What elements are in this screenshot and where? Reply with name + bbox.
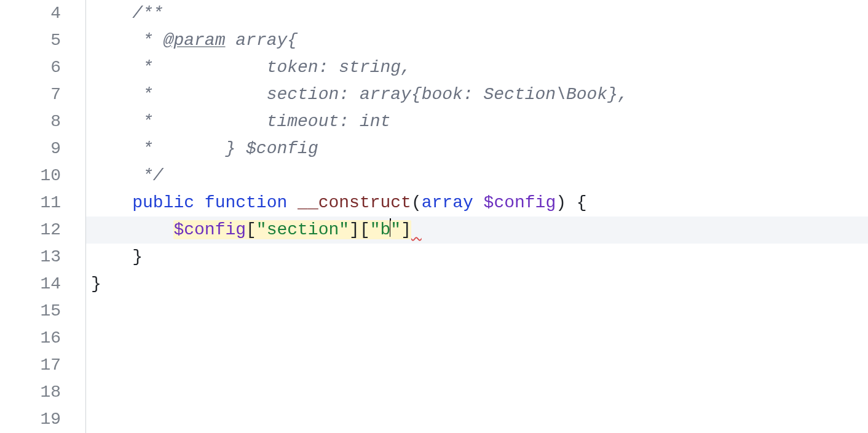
line-number: 4 — [0, 0, 85, 27]
brace: } — [91, 274, 101, 293]
code-line-active[interactable]: $config["section"]["b"] — [91, 217, 868, 244]
line-number: 10 — [0, 162, 85, 189]
code-line[interactable]: * } $config — [91, 135, 868, 162]
brace: } — [132, 247, 143, 266]
code-line[interactable]: * timeout: int — [91, 108, 868, 135]
function-name: __construct — [298, 193, 411, 212]
code-line[interactable]: } — [91, 244, 868, 271]
line-number: 8 — [0, 108, 85, 135]
keyword: function — [205, 193, 287, 212]
code-line[interactable]: * @param array{ — [91, 27, 868, 54]
code-line[interactable] — [91, 325, 868, 352]
line-number: 16 — [0, 325, 85, 352]
code-line[interactable]: /** — [91, 0, 868, 27]
variable: $config — [173, 220, 246, 239]
line-number: 6 — [0, 54, 85, 81]
line-number: 12 — [0, 217, 85, 244]
line-number: 17 — [0, 352, 85, 379]
code-area[interactable]: /** * @param array{ * token: string, * s… — [86, 0, 868, 433]
line-number-gutter: 4 5 6 7 8 9 10 11 12 13 14 15 16 17 18 1… — [0, 0, 86, 433]
line-number: 18 — [0, 379, 85, 406]
code-line[interactable] — [91, 406, 868, 433]
code-line[interactable]: * section: array{book: Section\Book}, — [91, 81, 868, 108]
docblock-text: * timeout: int — [132, 112, 390, 131]
code-editor[interactable]: 4 5 6 7 8 9 10 11 12 13 14 15 16 17 18 1… — [0, 0, 868, 433]
string: "b — [370, 220, 391, 239]
docblock-open: /** — [132, 4, 163, 23]
keyword: public — [132, 193, 194, 212]
line-number: 15 — [0, 298, 85, 325]
docblock-var: $config — [246, 139, 318, 158]
string: "section" — [256, 220, 349, 239]
code-line[interactable] — [91, 379, 868, 406]
line-number: 14 — [0, 271, 85, 298]
docblock-text: * token: string, — [132, 58, 411, 77]
code-line[interactable]: public function __construct(array $confi… — [91, 189, 868, 217]
line-number: 13 — [0, 244, 85, 271]
keyword: array — [422, 193, 473, 212]
line-number: 7 — [0, 81, 85, 108]
code-line[interactable]: * token: string, — [91, 54, 868, 81]
line-number: 19 — [0, 406, 85, 433]
code-line[interactable]: */ — [91, 162, 868, 189]
docblock-text: * section: array{book: Section\Book}, — [132, 85, 628, 104]
code-line[interactable]: } — [91, 271, 868, 298]
code-line[interactable] — [91, 352, 868, 379]
code-line[interactable] — [91, 298, 868, 325]
line-number: 5 — [0, 27, 85, 54]
docblock-text: array{ — [225, 31, 298, 50]
line-number: 9 — [0, 135, 85, 162]
docblock-star: * — [132, 31, 163, 50]
docblock-text: * } — [132, 139, 246, 158]
docblock-close: */ — [132, 166, 163, 185]
phpdoc-tag: @param — [164, 31, 226, 50]
error-squiggle — [411, 220, 422, 239]
line-number: 11 — [0, 189, 85, 217]
variable: $config — [484, 193, 556, 212]
